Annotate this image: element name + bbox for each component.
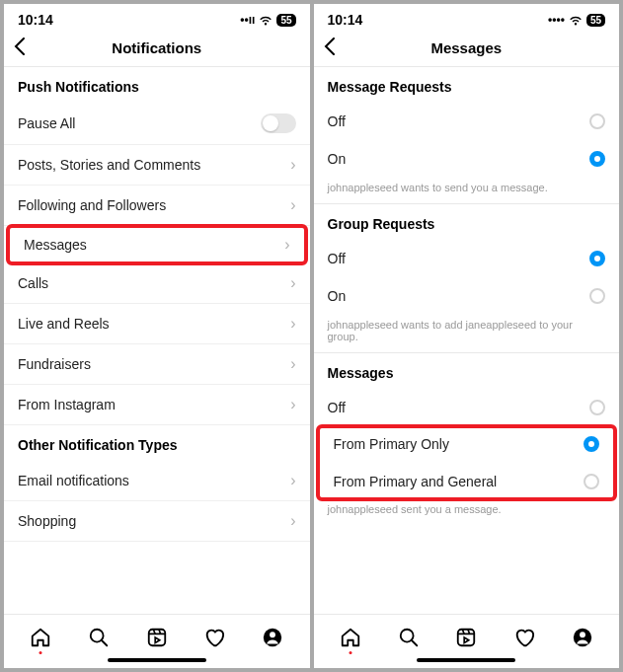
row-msg-off[interactable]: Off xyxy=(314,389,620,426)
status-indicators: ••ıı 55 xyxy=(240,13,295,27)
svg-rect-5 xyxy=(458,630,475,646)
row-pause-all[interactable]: Pause All xyxy=(4,103,310,145)
row-from-ig[interactable]: From Instagram › xyxy=(4,385,310,425)
status-indicators: •••• 55 xyxy=(548,13,605,27)
heart-icon[interactable] xyxy=(203,627,225,648)
row-fundraisers[interactable]: Fundraisers › xyxy=(4,344,310,385)
home-indicator[interactable] xyxy=(417,658,515,662)
radio-button[interactable] xyxy=(589,113,605,129)
chevron-right-icon: › xyxy=(290,396,295,413)
profile-icon[interactable] xyxy=(262,627,283,648)
section-header-other: Other Notification Types xyxy=(4,425,310,461)
wifi-icon xyxy=(259,15,273,26)
status-time: 10:14 xyxy=(18,12,53,28)
notification-dot xyxy=(39,651,42,654)
profile-icon[interactable] xyxy=(572,627,593,648)
example-text: johnappleseed sent you a message. xyxy=(314,499,620,525)
row-messages[interactable]: Messages › xyxy=(10,228,304,261)
radio-button[interactable] xyxy=(589,251,605,266)
battery-icon: 55 xyxy=(586,14,605,27)
label: Fundraisers xyxy=(18,356,290,372)
section-header-push: Push Notifications xyxy=(4,67,310,103)
row-grp-req-on[interactable]: On xyxy=(314,277,620,315)
section-header-grp-req: Group Requests xyxy=(314,204,620,240)
radio-button[interactable] xyxy=(589,400,605,415)
label: Email notifications xyxy=(18,473,290,488)
section-header-messages: Messages xyxy=(314,353,620,389)
search-icon[interactable] xyxy=(88,627,110,648)
nav-header: Messages xyxy=(314,32,620,67)
label: On xyxy=(328,288,590,304)
label: Off xyxy=(328,400,590,415)
signal-icon: ••ıı xyxy=(240,13,255,27)
heart-icon[interactable] xyxy=(513,627,535,648)
chevron-right-icon: › xyxy=(284,236,289,254)
label: Off xyxy=(328,113,590,129)
phone-left: 10:14 ••ıı 55 Notifications Push Notific… xyxy=(4,4,310,668)
label: Pause All xyxy=(18,115,261,131)
phone-right: 10:14 •••• 55 Messages Message Requests … xyxy=(314,4,620,668)
row-email[interactable]: Email notifications › xyxy=(4,461,310,501)
label: Live and Reels xyxy=(18,316,290,332)
signal-icon: •••• xyxy=(548,13,565,27)
example-text: johnappleseed wants to add janeappleseed… xyxy=(314,315,620,353)
radio-button[interactable] xyxy=(589,151,605,167)
toggle-switch[interactable] xyxy=(261,113,296,133)
row-grp-req-off[interactable]: Off xyxy=(314,240,620,277)
label: Calls xyxy=(18,275,290,291)
content: Message Requests Off On johnappleseed wa… xyxy=(314,67,620,614)
svg-point-3 xyxy=(270,632,275,637)
wifi-icon xyxy=(569,15,583,26)
notification-dot xyxy=(349,651,351,654)
search-icon[interactable] xyxy=(398,627,420,648)
row-shopping[interactable]: Shopping › xyxy=(4,501,310,542)
chevron-right-icon: › xyxy=(290,196,295,214)
highlight-primary: From Primary Only From Primary and Gener… xyxy=(316,424,618,501)
svg-point-7 xyxy=(580,632,585,637)
chevron-right-icon: › xyxy=(290,512,295,530)
chevron-right-icon: › xyxy=(290,315,295,333)
label: From Instagram xyxy=(18,397,290,412)
row-primary-only[interactable]: From Primary Only xyxy=(320,428,614,460)
label: Posts, Stories and Comments xyxy=(18,157,290,173)
reels-icon[interactable] xyxy=(455,627,477,648)
content: Push Notifications Pause All Posts, Stor… xyxy=(4,67,310,614)
radio-button[interactable] xyxy=(589,288,605,304)
home-indicator[interactable] xyxy=(108,658,206,662)
section-header-msg-req: Message Requests xyxy=(314,67,620,103)
row-msg-req-off[interactable]: Off xyxy=(314,103,620,140)
label: Messages xyxy=(24,237,284,253)
page-title: Messages xyxy=(430,39,502,56)
radio-button[interactable] xyxy=(584,436,599,452)
label: Shopping xyxy=(18,513,290,529)
row-following[interactable]: Following and Followers › xyxy=(4,186,310,226)
status-time: 10:14 xyxy=(328,12,363,28)
home-icon[interactable] xyxy=(340,627,361,648)
back-icon[interactable] xyxy=(14,37,26,55)
example-text: johnappleseed wants to send you a messag… xyxy=(314,178,620,204)
status-bar: 10:14 •••• 55 xyxy=(314,4,620,32)
status-bar: 10:14 ••ıı 55 xyxy=(4,4,310,32)
row-primary-general[interactable]: From Primary and General xyxy=(320,460,614,497)
chevron-right-icon: › xyxy=(290,472,295,489)
tab-bar xyxy=(4,614,310,654)
label: On xyxy=(328,151,590,167)
label: From Primary and General xyxy=(334,474,584,489)
label: Off xyxy=(328,251,590,266)
label: Following and Followers xyxy=(18,197,290,213)
tab-bar xyxy=(314,614,620,654)
row-live[interactable]: Live and Reels › xyxy=(4,304,310,344)
back-icon[interactable] xyxy=(324,37,336,55)
nav-header: Notifications xyxy=(4,32,310,67)
row-posts[interactable]: Posts, Stories and Comments › xyxy=(4,145,310,186)
radio-button[interactable] xyxy=(584,474,599,489)
svg-rect-1 xyxy=(148,630,165,646)
page-title: Notifications xyxy=(112,39,201,56)
battery-icon: 55 xyxy=(276,14,295,27)
highlight-messages: Messages › xyxy=(6,224,308,265)
chevron-right-icon: › xyxy=(290,274,295,292)
home-icon[interactable] xyxy=(30,627,51,648)
reels-icon[interactable] xyxy=(146,627,168,648)
row-msg-req-on[interactable]: On xyxy=(314,140,620,178)
row-calls[interactable]: Calls › xyxy=(4,263,310,304)
